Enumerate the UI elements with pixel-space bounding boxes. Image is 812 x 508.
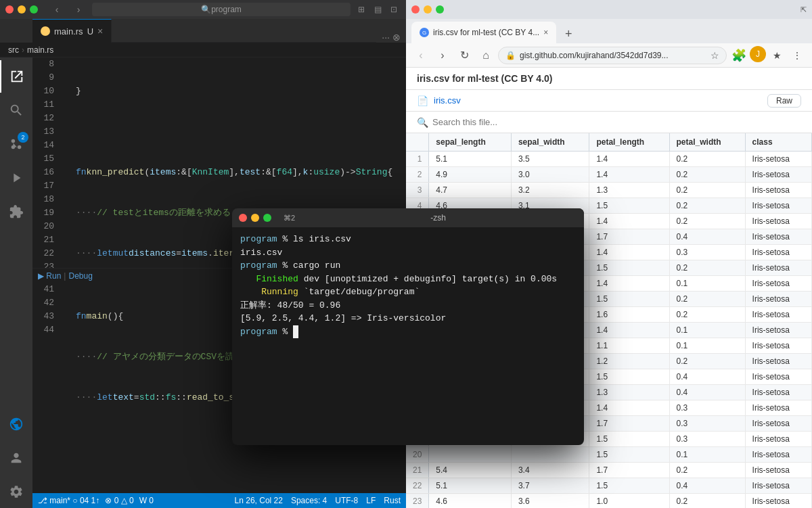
terminal-body[interactable]: program % ls iris.csv iris.csv program %…	[232, 227, 584, 344]
row-number: 1	[406, 152, 429, 167]
cell-value: 0.3	[669, 416, 745, 432]
tab-label: main.rs	[54, 26, 83, 37]
errors-count[interactable]: ⊗ 0 △ 0	[105, 496, 133, 505]
cell-value: 0.2	[669, 292, 745, 307]
layout-icon[interactable]: ▤	[371, 3, 384, 16]
profile-icon[interactable]: J	[750, 46, 766, 62]
cell-value: 1.4	[589, 245, 669, 260]
cell-value: Iris-setosa	[745, 245, 811, 260]
new-tab-button[interactable]: +	[559, 24, 578, 43]
cell-value: Iris-setosa	[745, 400, 811, 416]
editor-tab-main-rs[interactable]: main.rs U ×	[32, 19, 112, 43]
svg-point-0	[12, 139, 16, 143]
bookmark-icon[interactable]: ☆	[710, 50, 719, 61]
raw-button[interactable]: Raw	[767, 94, 801, 108]
browser-maximize[interactable]	[436, 5, 444, 14]
split-icon[interactable]: ⊞	[355, 3, 368, 16]
cell-value: Iris-setosa	[745, 338, 811, 354]
encoding[interactable]: UTF-8	[335, 496, 358, 505]
csv-file-icon: 📄	[417, 95, 428, 106]
terminal-minimize[interactable]	[251, 214, 259, 222]
cell-value: 1.3	[589, 183, 669, 198]
file-name-link[interactable]: iris.csv	[434, 95, 461, 106]
row-number: 3	[406, 183, 429, 198]
col-petal-length: petal_length	[589, 133, 669, 152]
minimize-button[interactable]	[18, 5, 26, 14]
terminal-window[interactable]: ⌘2 -zsh program % ls iris.csv iris.csv p…	[232, 208, 584, 445]
titlebar-icons: ⊞ ▤ ⊡	[355, 3, 401, 16]
browser-close[interactable]	[411, 5, 420, 14]
more-options-icon[interactable]: ⋮	[788, 46, 807, 65]
extensions-browser-icon[interactable]: 🧩	[729, 46, 748, 65]
explorer-icon[interactable]	[0, 60, 32, 93]
rust-file-icon	[41, 26, 50, 36]
cell-value: Iris-setosa	[745, 354, 811, 369]
terminal-line-8: program %	[240, 325, 576, 339]
close-button[interactable]	[5, 5, 14, 14]
cell-value: 0.2	[669, 463, 745, 478]
cell-value: 1.0	[589, 494, 669, 509]
cell-value: 1.5	[589, 260, 669, 276]
bookmark-star-icon[interactable]: ★	[767, 46, 786, 65]
file-search-bar: 🔍	[406, 112, 812, 133]
forward-button[interactable]: ›	[69, 3, 88, 16]
col-class: class	[745, 133, 811, 152]
terminal-title: -zsh	[299, 213, 577, 223]
search-sidebar-icon[interactable]	[0, 94, 32, 126]
statusbar: ⎇ main* ○ 04 1↑ ⊗ 0 △ 0 W 0 Ln 26, Col 2…	[32, 493, 406, 508]
breadcrumb-src[interactable]: src	[8, 45, 19, 55]
col-sepal-width: sepal_width	[511, 133, 589, 152]
search-file-input[interactable]	[432, 117, 801, 127]
run-debug-icon[interactable]	[0, 162, 32, 194]
back-nav-button[interactable]: ‹	[411, 46, 430, 65]
editor-tabbar: main.rs U × ··· ⊗	[0, 19, 406, 43]
eol[interactable]: LF	[366, 496, 376, 505]
settings-icon[interactable]	[0, 476, 32, 508]
cell-value: 1.4	[589, 400, 669, 416]
account-icon[interactable]	[0, 442, 32, 474]
cell-value: 0.1	[669, 447, 745, 463]
ln-col[interactable]: Ln 26, Col 22	[235, 496, 283, 505]
debug-link[interactable]: Debug	[68, 271, 92, 281]
back-button[interactable]: ‹	[47, 3, 66, 16]
line-numbers: 89101112 1314151617 1819202122 232425262…	[32, 57, 60, 268]
cell-value: Iris-setosa	[745, 432, 811, 447]
cell-value: 0.2	[669, 307, 745, 323]
run-link[interactable]: ▶ Run	[38, 271, 61, 281]
title-search[interactable]: 🔍 program	[92, 3, 351, 16]
code-line-10: fn knn_predict(items: &[KnnItem], test: …	[76, 166, 406, 179]
terminal-maximize[interactable]	[263, 214, 271, 222]
cell-value: 0.2	[669, 152, 745, 167]
source-control-icon[interactable]: 2	[0, 128, 32, 160]
home-button[interactable]: ⌂	[476, 46, 495, 65]
cell-value: 0.2	[669, 494, 745, 509]
tab-close-button[interactable]: ×	[97, 26, 103, 37]
spaces[interactable]: Spaces: 4	[291, 496, 327, 505]
cell-value: Iris-setosa	[745, 152, 811, 167]
address-bar[interactable]: 🔒 gist.github.com/kujirahand/3542dd7d39.…	[498, 47, 727, 64]
warnings-count[interactable]: W 0	[139, 496, 154, 505]
browser-traffic-lights	[411, 5, 444, 14]
browser-tab-active[interactable]: G iris.csv for ml-test (CC BY 4... ×	[411, 22, 556, 43]
more-actions-icon[interactable]: ···	[382, 32, 390, 43]
cell-value: 1.3	[589, 385, 669, 400]
breadcrumb-sep: ›	[22, 45, 24, 55]
extensions-icon[interactable]	[0, 195, 32, 228]
terminal-close[interactable]	[239, 214, 247, 222]
split-editor-icon[interactable]: ⊗	[392, 32, 401, 43]
grid-icon[interactable]: ⊡	[387, 3, 401, 16]
refresh-button[interactable]: ↻	[455, 46, 474, 65]
cell-value: 1.7	[589, 416, 669, 432]
browser-expand-icon[interactable]: ⇱	[800, 5, 807, 14]
remote-icon[interactable]	[0, 408, 32, 440]
git-branch[interactable]: ⎇ main* ○ 04 1↑	[38, 496, 99, 505]
browser-tab-close[interactable]: ×	[543, 28, 548, 37]
browser-minimize[interactable]	[424, 5, 432, 14]
language[interactable]: Rust	[384, 496, 401, 505]
forward-nav-button[interactable]: ›	[433, 46, 452, 65]
url-text: gist.github.com/kujirahand/3542dd7d39...	[520, 51, 706, 60]
gutter: ⚡	[60, 57, 70, 268]
cell-value: Iris-setosa	[745, 260, 811, 276]
breadcrumb-file[interactable]: main.rs	[27, 45, 53, 55]
maximize-button[interactable]	[30, 5, 38, 14]
